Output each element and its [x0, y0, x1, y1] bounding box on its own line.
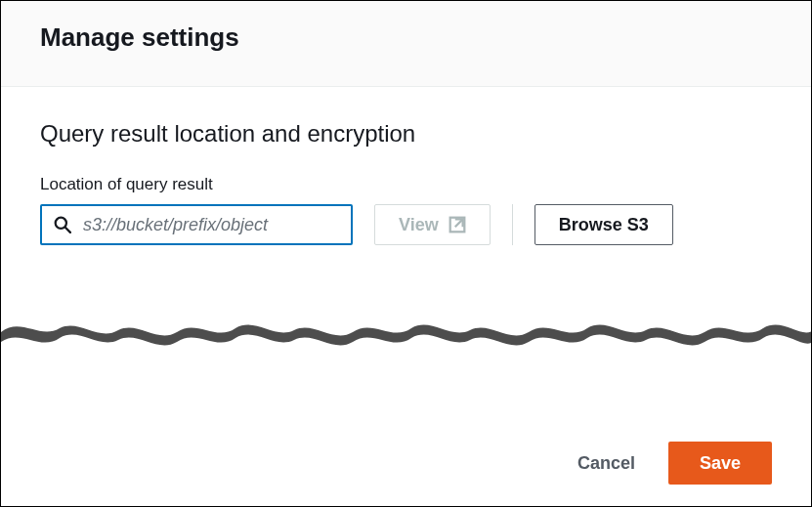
modal-footer: Cancel Save: [1, 442, 811, 506]
search-icon: [54, 216, 71, 233]
modal-title: Manage settings: [40, 22, 772, 53]
view-button[interactable]: View: [374, 204, 491, 245]
save-button[interactable]: Save: [668, 442, 772, 485]
svg-line-3: [454, 219, 462, 227]
vertical-divider: [512, 204, 513, 245]
browse-s3-button[interactable]: Browse S3: [534, 204, 673, 245]
external-link-icon: [449, 216, 466, 233]
modal-body: Query result location and encryption Loc…: [1, 87, 811, 245]
svg-line-1: [65, 228, 70, 232]
query-location-label: Location of query result: [40, 175, 772, 194]
query-location-input[interactable]: [81, 214, 339, 236]
modal-frame: Manage settings Query result location an…: [0, 0, 812, 507]
view-button-label: View: [399, 215, 439, 235]
section-heading: Query result location and encryption: [40, 120, 772, 148]
cancel-button[interactable]: Cancel: [572, 452, 641, 475]
torn-edge-decoration: [1, 309, 812, 356]
query-location-row: View Browse S3: [40, 204, 772, 245]
query-location-input-wrap[interactable]: [40, 204, 353, 245]
browse-s3-label: Browse S3: [559, 215, 649, 235]
modal-header: Manage settings: [1, 1, 811, 87]
